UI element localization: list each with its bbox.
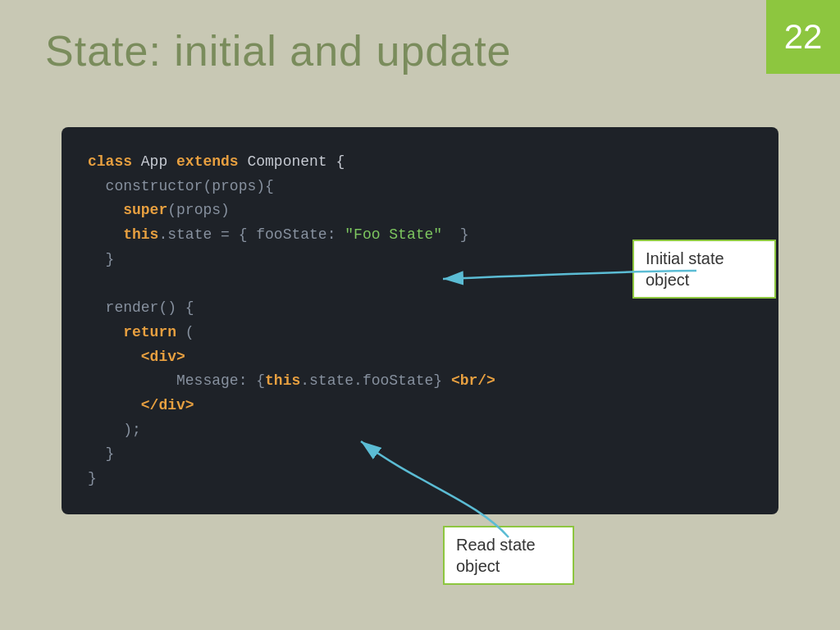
keyword-super: super: [123, 202, 167, 218]
tag-br: <br/>: [451, 372, 495, 389]
keyword-class: class: [88, 153, 132, 170]
keyword-this-2: this: [265, 372, 300, 389]
annotation-initial-state-label: Initial stateobject: [646, 249, 724, 289]
code-line-7: render() {: [88, 296, 752, 321]
code-line-10: Message: {this.state.fooState} <br/>: [88, 369, 752, 394]
code-line-14: }: [88, 467, 752, 491]
code-line-13: }: [88, 442, 752, 467]
slide-title: State: initial and update: [45, 26, 512, 75]
keyword-return: return: [123, 324, 176, 340]
code-line-9: <div>: [88, 345, 752, 370]
code-line-1: class App extends Component {: [88, 150, 752, 175]
code-line-11: </div>: [88, 394, 752, 418]
annotation-read-state: Read stateobject: [443, 526, 574, 585]
tag-div-open: <div>: [141, 349, 185, 365]
code-line-2: constructor(props){: [88, 175, 752, 199]
annotation-read-state-label: Read stateobject: [456, 536, 536, 575]
tag-div-close: </div>: [141, 397, 194, 413]
code-block: class App extends Component { constructo…: [62, 127, 778, 514]
slide-number-badge: 22: [766, 0, 840, 74]
slide-number: 22: [784, 17, 823, 57]
code-line-12: );: [88, 418, 752, 443]
keyword-extends: extends: [176, 153, 239, 170]
code-line-8: return (: [88, 321, 752, 345]
keyword-this-1: this: [123, 226, 158, 243]
annotation-initial-state: Initial stateobject: [632, 240, 776, 299]
slide: 22 State: initial and update class App e…: [0, 0, 840, 630]
code-line-3: super(props): [88, 199, 752, 223]
